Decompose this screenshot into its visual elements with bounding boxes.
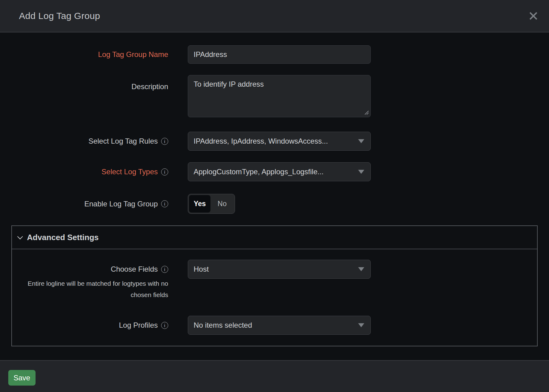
log-types-row: Select Log Types i ApplogCustomType, App… — [11, 162, 538, 181]
log-tag-rules-label: Select Log Tag Rules i — [11, 137, 168, 145]
dropdown-caret-icon — [358, 267, 364, 271]
log-tag-rules-value: IPAddress, IpAddress, WindowsAccess... — [194, 137, 328, 145]
close-button[interactable] — [527, 9, 540, 22]
log-profiles-label-text: Log Profiles — [119, 321, 158, 330]
choose-fields-helper-line1: Entire logline will be matched for logty… — [28, 280, 168, 287]
modal-footer: Save — [0, 360, 549, 392]
choose-fields-control: Host — [188, 260, 371, 279]
advanced-settings-header[interactable]: Advanced Settings — [12, 226, 537, 249]
log-types-value: ApplogCustomType, Applogs_Logsfile... — [194, 168, 324, 176]
description-label: Description — [11, 75, 168, 91]
info-icon[interactable]: i — [161, 322, 168, 329]
info-icon[interactable]: i — [161, 138, 168, 145]
dropdown-caret-icon — [358, 170, 364, 174]
description-textarea[interactable]: To identify IP address — [188, 75, 371, 117]
info-icon[interactable]: i — [161, 168, 168, 175]
choose-fields-helper: Entire logline will be matched for logty… — [28, 278, 168, 300]
chevron-down-icon — [17, 234, 23, 239]
log-types-control: ApplogCustomType, Applogs_Logsfile... — [188, 162, 371, 181]
enable-log-tag-group-control: Yes No — [188, 194, 371, 214]
choose-fields-dropdown[interactable]: Host — [188, 260, 371, 279]
choose-fields-label-text: Choose Fields — [111, 265, 158, 273]
dropdown-caret-icon — [358, 323, 364, 327]
info-icon[interactable]: i — [161, 266, 168, 273]
log-types-dropdown[interactable]: ApplogCustomType, Applogs_Logsfile... — [188, 162, 371, 181]
info-icon[interactable]: i — [161, 200, 168, 207]
log-tag-rules-label-text: Select Log Tag Rules — [89, 137, 158, 145]
choose-fields-helper-line2: chosen fields — [131, 291, 168, 298]
toggle-option-no[interactable]: No — [210, 195, 234, 213]
choose-fields-label-stack: Choose Fields i Entire logline will be m… — [12, 260, 168, 300]
advanced-settings-panel: Advanced Settings Choose Fields i Entire… — [11, 225, 538, 346]
log-tag-group-name-row: Log Tag Group Name — [11, 45, 538, 64]
modal-body: Log Tag Group Name Description To identi… — [0, 32, 549, 360]
log-types-label-text: Select Log Types — [101, 168, 158, 176]
description-row: Description To identify IP address — [11, 75, 538, 117]
log-tag-group-name-control — [188, 45, 371, 64]
toggle-option-yes[interactable]: Yes — [189, 195, 210, 213]
modal-header: Add Log Tag Group — [0, 0, 549, 32]
close-icon — [529, 11, 538, 21]
log-tag-group-name-label: Log Tag Group Name — [11, 50, 168, 59]
description-control: To identify IP address — [188, 75, 371, 117]
enable-toggle: Yes No — [188, 194, 235, 214]
description-label-text: Description — [131, 82, 168, 91]
log-tag-rules-row: Select Log Tag Rules i IPAddress, IpAddr… — [11, 132, 538, 151]
log-profiles-control: No items selected — [188, 316, 371, 335]
log-tag-rules-dropdown[interactable]: IPAddress, IpAddress, WindowsAccess... — [188, 132, 371, 151]
enable-log-tag-group-row: Enable Log Tag Group i Yes No — [11, 194, 538, 214]
choose-fields-row: Choose Fields i Entire logline will be m… — [12, 260, 537, 300]
modal-title: Add Log Tag Group — [19, 11, 527, 21]
enable-log-tag-group-label-text: Enable Log Tag Group — [84, 200, 158, 208]
resize-grip-icon[interactable] — [364, 110, 369, 115]
advanced-settings-body: Choose Fields i Entire logline will be m… — [12, 260, 537, 346]
save-button[interactable]: Save — [8, 370, 36, 386]
dropdown-caret-icon — [358, 139, 364, 143]
log-tag-group-name-label-text: Log Tag Group Name — [98, 50, 168, 59]
log-types-label: Select Log Types i — [11, 168, 168, 176]
log-tag-group-name-input[interactable] — [188, 45, 371, 64]
advanced-settings-title: Advanced Settings — [27, 233, 99, 242]
log-profiles-label: Log Profiles i — [12, 321, 168, 330]
enable-log-tag-group-label: Enable Log Tag Group i — [11, 200, 168, 208]
choose-fields-value: Host — [194, 265, 209, 273]
log-tag-rules-control: IPAddress, IpAddress, WindowsAccess... — [188, 132, 371, 151]
choose-fields-label: Choose Fields i — [111, 265, 168, 273]
log-profiles-dropdown[interactable]: No items selected — [188, 316, 371, 335]
add-log-tag-group-modal: Add Log Tag Group Log Tag Group Name Des… — [0, 0, 549, 392]
log-profiles-value: No items selected — [194, 321, 252, 330]
log-profiles-row: Log Profiles i No items selected — [12, 316, 537, 335]
